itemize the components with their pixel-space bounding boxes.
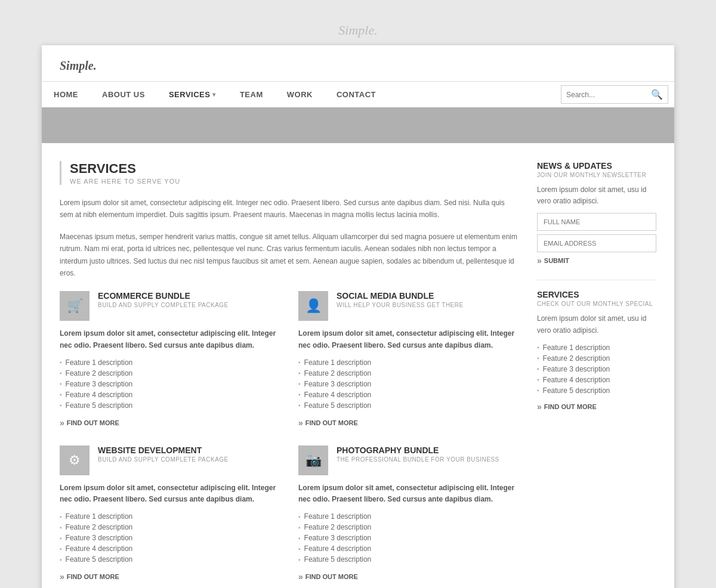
ecommerce-features: Feature 1 description Feature 2 descript… bbox=[60, 357, 280, 411]
ecommerce-cta[interactable]: FIND OUT MORE bbox=[60, 418, 280, 428]
page-title: SERVICES bbox=[70, 161, 519, 177]
list-item: Feature 1 description bbox=[298, 357, 519, 368]
photography-cta[interactable]: FIND OUT MORE bbox=[298, 572, 519, 581]
list-item: Feature 3 description bbox=[537, 364, 656, 375]
website-subtitle: BUILD AND SUPPLY COMPLETE PACKAGE bbox=[98, 456, 229, 463]
list-item: Feature 1 description bbox=[60, 511, 280, 522]
sidebar-services-subtitle: CHECK OUT OUR MONTHLY SPECIAL bbox=[537, 301, 656, 307]
site-logo[interactable]: Simple. bbox=[60, 56, 97, 74]
body-text-1: Lorem ipsum dolor sit amet, consectetur … bbox=[60, 197, 519, 221]
ecommerce-icon: 🛒 bbox=[60, 291, 90, 321]
social-cta[interactable]: FIND OUT MORE bbox=[298, 418, 519, 428]
service-card-website: ⚙ WEBSITE DEVELOPMENT BUILD AND SUPPLY C… bbox=[60, 445, 280, 581]
main-navigation: HOME ABOUT US SERVICES ▾ TEAM WORK CONTA… bbox=[42, 81, 674, 107]
social-desc: Lorem ipsum dolor sit amet, consectetur … bbox=[298, 328, 519, 351]
photography-desc: Lorem ipsum dolor sit amet, consectetur … bbox=[298, 482, 519, 505]
list-item: Feature 2 description bbox=[60, 368, 280, 379]
photography-icon: 📷 bbox=[298, 445, 328, 475]
list-item: Feature 4 description bbox=[298, 389, 519, 400]
nav-item-home[interactable]: HOME bbox=[42, 82, 90, 107]
nav-item-contact[interactable]: CONTACT bbox=[325, 82, 388, 107]
website-cta[interactable]: FIND OUT MORE bbox=[60, 572, 280, 581]
top-watermark: Simple. bbox=[338, 18, 377, 45]
site-header: Simple. bbox=[42, 45, 674, 81]
social-subtitle: WILL HELP YOUR BUSINESS GET THERE bbox=[337, 302, 464, 308]
list-item: Feature 5 description bbox=[60, 400, 280, 411]
list-item: Feature 4 description bbox=[60, 543, 280, 554]
ecommerce-subtitle: BUILD AND SUPPLY COMPLETE PACKAGE bbox=[98, 302, 229, 308]
list-item: Feature 2 description bbox=[298, 368, 519, 379]
newsletter-subtitle: JOIN OUR MONTHLY NEWSLETTER bbox=[537, 172, 656, 178]
sidebar-newsletter: NEWS & UPDATES JOIN OUR MONTHLY NEWSLETT… bbox=[537, 161, 656, 265]
list-item: Feature 4 description bbox=[298, 543, 519, 554]
sidebar-services-cta[interactable]: FIND OUT MORE bbox=[537, 402, 656, 411]
photography-title: PHOTOGRAPHY BUNDLE bbox=[337, 445, 499, 455]
services-grid: 🛒 ECOMMERCE BUNDLE BUILD AND SUPPLY COMP… bbox=[60, 291, 519, 581]
search-input[interactable] bbox=[566, 91, 651, 99]
list-item: Feature 5 description bbox=[537, 385, 656, 396]
full-name-input[interactable] bbox=[537, 213, 656, 231]
list-item: Feature 1 description bbox=[537, 342, 656, 353]
photography-subtitle: THE PROFESSIONAL BUNDLE FOR YOUR BUSINES… bbox=[337, 456, 499, 463]
website-features: Feature 1 description Feature 2 descript… bbox=[60, 511, 280, 565]
list-item: Feature 5 description bbox=[298, 554, 519, 565]
newsletter-title: NEWS & UPDATES bbox=[537, 161, 656, 171]
social-title: SOCIAL MEDIA BUNDLE bbox=[337, 291, 464, 301]
list-item: Feature 5 description bbox=[298, 400, 519, 411]
submit-button[interactable]: SUBMIT bbox=[537, 256, 569, 265]
service-card-header-website: ⚙ WEBSITE DEVELOPMENT BUILD AND SUPPLY C… bbox=[60, 445, 280, 475]
service-card-header-photography: 📷 PHOTOGRAPHY BUNDLE THE PROFESSIONAL BU… bbox=[298, 445, 519, 475]
nav-item-team[interactable]: TEAM bbox=[228, 82, 275, 107]
watermark-logo: Simple. bbox=[338, 23, 377, 38]
sidebar-services-text: Lorem ipsum dolor sit amet, usu id vero … bbox=[537, 313, 656, 336]
list-item: Feature 3 description bbox=[60, 379, 280, 389]
nav-services-label: SERVICES bbox=[169, 90, 211, 99]
service-card-ecommerce: 🛒 ECOMMERCE BUNDLE BUILD AND SUPPLY COMP… bbox=[60, 291, 280, 427]
newsletter-text: Lorem ipsum dolor sit amet, usu id vero … bbox=[537, 184, 656, 207]
content-area: SERVICES WE ARE HERE TO SERVE YOU Lorem … bbox=[60, 161, 519, 581]
main-content: SERVICES WE ARE HERE TO SERVE YOU Lorem … bbox=[42, 143, 674, 588]
sidebar: NEWS & UPDATES JOIN OUR MONTHLY NEWSLETT… bbox=[537, 161, 656, 581]
search-box: 🔍 bbox=[561, 85, 668, 104]
ecommerce-title: ECOMMERCE BUNDLE bbox=[98, 291, 229, 301]
social-features: Feature 1 description Feature 2 descript… bbox=[298, 357, 519, 411]
list-item: Feature 4 description bbox=[60, 389, 280, 400]
hero-banner bbox=[42, 107, 674, 143]
page-subtitle: WE ARE HERE TO SERVE YOU bbox=[70, 178, 519, 185]
logo-text: Simple. bbox=[60, 59, 97, 72]
email-input[interactable] bbox=[537, 234, 656, 252]
browser-frame: Simple. HOME ABOUT US SERVICES ▾ TEAM WO… bbox=[42, 45, 674, 588]
list-item: Feature 3 description bbox=[60, 533, 280, 543]
ecommerce-desc: Lorem ipsum dolor sit amet, consectetur … bbox=[60, 328, 280, 351]
website-icon: ⚙ bbox=[60, 445, 90, 475]
chevron-down-icon: ▾ bbox=[212, 91, 216, 98]
website-desc: Lorem ipsum dolor sit amet, consectetur … bbox=[60, 482, 280, 505]
sidebar-features-list: Feature 1 description Feature 2 descript… bbox=[537, 342, 656, 396]
service-card-header-ecommerce: 🛒 ECOMMERCE BUNDLE BUILD AND SUPPLY COMP… bbox=[60, 291, 280, 321]
list-item: Feature 2 description bbox=[298, 522, 519, 533]
page-title-section: SERVICES WE ARE HERE TO SERVE YOU bbox=[60, 161, 519, 185]
website-title: WEBSITE DEVELOPMENT bbox=[98, 445, 229, 455]
service-card-header-social: 👤 SOCIAL MEDIA BUNDLE WILL HELP YOUR BUS… bbox=[298, 291, 519, 321]
photography-features: Feature 1 description Feature 2 descript… bbox=[298, 511, 519, 565]
list-item: Feature 3 description bbox=[298, 379, 519, 389]
social-icon: 👤 bbox=[298, 291, 328, 321]
nav-item-services[interactable]: SERVICES ▾ bbox=[157, 82, 228, 107]
nav-items: HOME ABOUT US SERVICES ▾ TEAM WORK CONTA… bbox=[42, 82, 561, 107]
body-text-2: Maecenas ipsum metus, semper hendrerit v… bbox=[60, 231, 519, 280]
search-icon[interactable]: 🔍 bbox=[651, 89, 663, 100]
nav-item-work[interactable]: WORK bbox=[275, 82, 325, 107]
sidebar-divider bbox=[537, 280, 656, 280]
list-item: Feature 1 description bbox=[60, 357, 280, 368]
sidebar-services: SERVICES CHECK OUT OUR MONTHLY SPECIAL L… bbox=[537, 290, 656, 411]
list-item: Feature 3 description bbox=[298, 533, 519, 543]
nav-item-about[interactable]: ABOUT US bbox=[90, 82, 157, 107]
list-item: Feature 4 description bbox=[537, 375, 656, 385]
list-item: Feature 5 description bbox=[60, 554, 280, 565]
sidebar-services-title: SERVICES bbox=[537, 290, 656, 299]
list-item: Feature 2 description bbox=[537, 353, 656, 364]
service-card-social: 👤 SOCIAL MEDIA BUNDLE WILL HELP YOUR BUS… bbox=[298, 291, 519, 427]
list-item: Feature 1 description bbox=[298, 511, 519, 522]
list-item: Feature 2 description bbox=[60, 522, 280, 533]
service-card-photography: 📷 PHOTOGRAPHY BUNDLE THE PROFESSIONAL BU… bbox=[298, 445, 519, 581]
